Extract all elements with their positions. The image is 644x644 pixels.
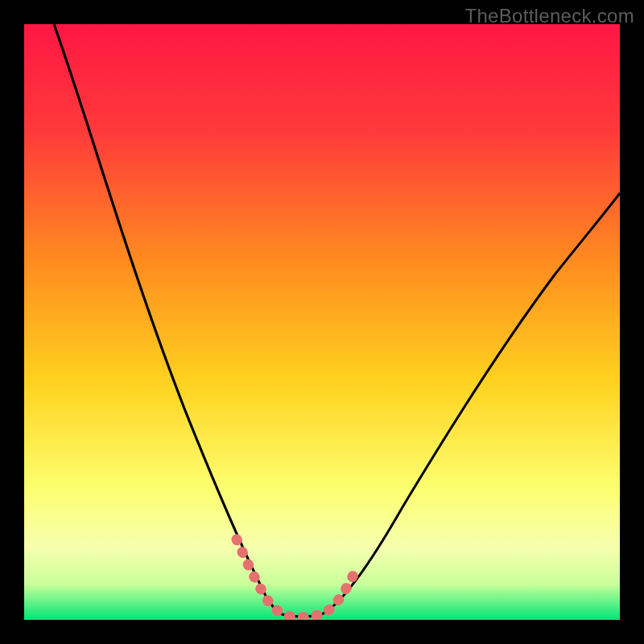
chart-curves bbox=[24, 24, 620, 620]
watermark-text: TheBottleneck.com bbox=[464, 5, 634, 27]
chart-frame bbox=[24, 24, 620, 620]
right-curve bbox=[322, 193, 620, 614]
highlight-overlay bbox=[237, 539, 354, 617]
left-curve bbox=[54, 24, 282, 614]
